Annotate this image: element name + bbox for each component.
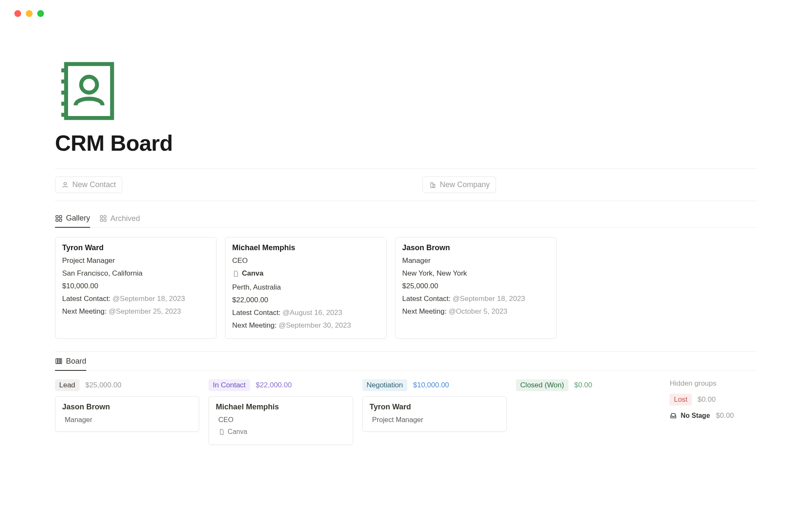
- board-card-role: Project Manager: [372, 416, 499, 424]
- maximize-window-icon[interactable]: [37, 10, 44, 17]
- stage-amount: $25,000.00: [85, 381, 121, 389]
- contact-latest-contact: Latest Contact: @September 18, 2023: [62, 295, 209, 303]
- contact-name: Michael Memphis: [232, 243, 379, 252]
- stage-amount: $10,000.00: [413, 381, 449, 389]
- new-company-button[interactable]: New Company: [422, 177, 496, 193]
- page-icon: [232, 270, 239, 277]
- tab-gallery-label: Gallery: [66, 214, 90, 223]
- contact-latest-contact: Latest Contact: @September 18, 2023: [402, 295, 549, 303]
- svg-rect-20: [60, 359, 62, 364]
- new-company-label: New Company: [440, 180, 490, 189]
- svg-rect-12: [56, 219, 58, 221]
- new-contact-button[interactable]: New Contact: [55, 177, 122, 193]
- contact-latest-contact: Latest Contact: @August 16, 2023: [232, 309, 379, 317]
- svg-rect-16: [100, 219, 102, 221]
- board-column: Negotiation$10,000.00Tyron WardProject M…: [362, 379, 507, 432]
- contact-role: Manager: [402, 257, 549, 265]
- gallery-grid: Tyron WardProject ManagerSan Francisco, …: [55, 228, 757, 351]
- contact-name: Tyron Ward: [62, 243, 209, 252]
- board-column-header[interactable]: Negotiation$10,000.00: [362, 379, 507, 391]
- svg-rect-10: [56, 215, 58, 218]
- board-card-name: Tyron Ward: [370, 403, 499, 411]
- board-column: In Contact$22,000.00Michael MemphisCEOCa…: [208, 379, 353, 445]
- contact-amount: $22,000.00: [232, 296, 379, 304]
- contact-location: Perth, Australia: [232, 283, 379, 292]
- contact-amount: $25,000.00: [402, 282, 549, 290]
- gallery-tabs: Gallery Archived: [55, 201, 757, 228]
- stage-pill: Closed (Won): [516, 379, 568, 391]
- board-card-name: Michael Memphis: [216, 403, 346, 411]
- window-traffic-lights: [0, 0, 812, 17]
- stage-pill: Lost: [669, 394, 691, 406]
- board-card[interactable]: Tyron WardProject Manager: [362, 396, 507, 432]
- stage-amount: $0.00: [698, 395, 716, 404]
- svg-rect-11: [60, 215, 62, 218]
- tab-archived[interactable]: Archived: [99, 214, 140, 227]
- svg-rect-13: [60, 219, 62, 221]
- board-card-role: CEO: [218, 416, 346, 424]
- hidden-group-row[interactable]: No Stage$0.00: [669, 411, 757, 420]
- contact-role: CEO: [232, 257, 379, 265]
- gallery-grid-icon: [55, 215, 63, 222]
- stage-amount: $0.00: [716, 411, 734, 420]
- page-icon: [218, 428, 225, 435]
- board-column-header[interactable]: Closed (Won)$0.00: [516, 379, 660, 391]
- board-card-company: Canva: [218, 428, 247, 436]
- contact-company: Canva: [232, 269, 263, 278]
- contact-next-meeting: Next Meeting: @October 5, 2023: [402, 307, 549, 316]
- contact-next-meeting: Next Meeting: @September 25, 2023: [62, 307, 209, 316]
- board-column: Lead$25,000.00Jason BrownManager: [55, 379, 199, 432]
- tab-archived-label: Archived: [110, 214, 140, 223]
- svg-point-7: [64, 182, 66, 185]
- gallery-grid-icon: [99, 215, 107, 222]
- hidden-groups-title: Hidden groups: [669, 379, 757, 388]
- contact-role: Project Manager: [62, 257, 209, 265]
- tab-board[interactable]: Board: [55, 357, 86, 371]
- no-stage-label: No Stage: [669, 412, 710, 420]
- stage-amount: $0.00: [574, 381, 593, 389]
- board-column: Closed (Won)$0.00: [516, 379, 660, 396]
- contact-name: Jason Brown: [402, 243, 549, 252]
- svg-rect-14: [100, 215, 102, 218]
- contact-card[interactable]: Tyron WardProject ManagerSan Francisco, …: [55, 237, 217, 339]
- inbox-icon: [669, 412, 677, 420]
- svg-rect-18: [56, 359, 58, 364]
- board-card-name: Jason Brown: [62, 403, 192, 411]
- contact-card[interactable]: Jason BrownManagerNew York, New York$25,…: [395, 237, 557, 339]
- stage-amount: $22,000.00: [256, 381, 292, 389]
- svg-rect-8: [431, 182, 433, 187]
- board-card[interactable]: Jason BrownManager: [55, 396, 199, 432]
- board-columns: Lead$25,000.00Jason BrownManagerIn Conta…: [55, 371, 757, 445]
- contact-next-meeting: Next Meeting: @September 30, 2023: [232, 321, 379, 330]
- svg-rect-15: [104, 215, 106, 218]
- contact-amount: $10,000.00: [62, 282, 209, 290]
- contact-card[interactable]: Michael MemphisCEOCanvaPerth, Australia$…: [225, 237, 387, 339]
- stage-pill: In Contact: [208, 379, 250, 391]
- svg-rect-17: [104, 219, 106, 221]
- tab-board-label: Board: [66, 357, 86, 366]
- tab-gallery[interactable]: Gallery: [55, 214, 90, 228]
- page-title: CRM Board: [55, 130, 757, 156]
- board-card[interactable]: Michael MemphisCEOCanva: [208, 396, 353, 445]
- close-window-icon[interactable]: [14, 10, 21, 17]
- board-column-header[interactable]: In Contact$22,000.00: [208, 379, 353, 391]
- new-contact-label: New Contact: [72, 180, 116, 189]
- contact-location: San Francisco, California: [62, 269, 209, 278]
- stage-pill: Lead: [55, 379, 80, 391]
- stage-pill: Negotiation: [362, 379, 407, 391]
- board-tabs: Board: [55, 352, 757, 371]
- person-add-icon: [61, 181, 69, 189]
- svg-rect-9: [433, 184, 435, 188]
- board-column-header[interactable]: Lead$25,000.00: [55, 379, 199, 391]
- hidden-groups: Hidden groupsLost$0.00No Stage$0.00: [669, 379, 757, 426]
- svg-rect-19: [58, 359, 60, 364]
- board-card-role: Manager: [65, 416, 192, 424]
- svg-point-1: [81, 77, 97, 93]
- page-icon-contacts-book: [55, 59, 757, 124]
- contact-location: New York, New York: [402, 269, 549, 278]
- building-icon: [429, 181, 436, 189]
- board-columns-icon: [55, 357, 63, 365]
- hidden-group-row[interactable]: Lost$0.00: [669, 394, 757, 406]
- minimize-window-icon[interactable]: [26, 10, 33, 17]
